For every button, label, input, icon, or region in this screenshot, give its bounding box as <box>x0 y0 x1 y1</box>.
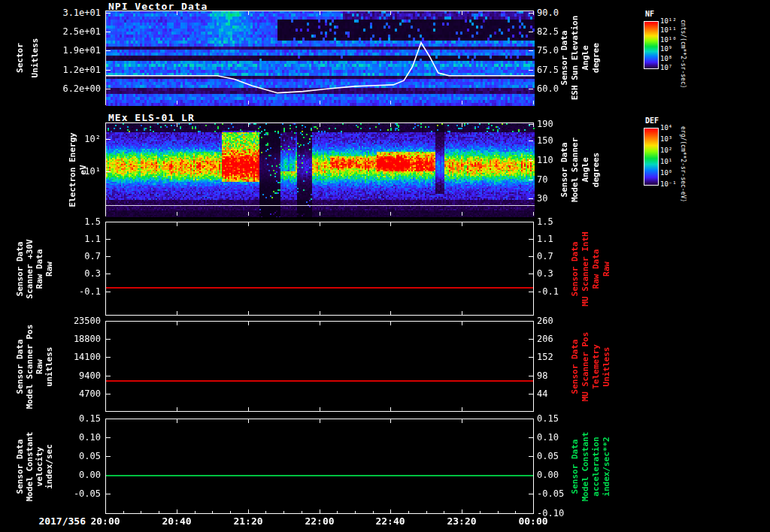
x-tick-mark <box>105 322 106 325</box>
right-axis-title-line: degrees <box>592 152 600 186</box>
x-tick-mark <box>390 123 391 127</box>
x-minor-tick-mark <box>373 511 374 513</box>
y-tick-mark <box>529 339 533 340</box>
x-minor-tick-mark <box>444 511 444 513</box>
y-tick-mark <box>529 160 533 161</box>
x-tick-mark <box>390 407 391 411</box>
right-axis-title-line: Raw Data <box>592 249 600 289</box>
x-tick-label: 23:20 <box>439 516 484 527</box>
x-tick-mark <box>248 123 249 127</box>
y-tick-mark <box>106 357 111 358</box>
y-tick-label: 260 <box>537 316 553 325</box>
y-tick-label: 60.0 <box>537 84 559 93</box>
x-tick-mark <box>462 407 462 411</box>
x-tick-label: 20:00 <box>83 516 128 527</box>
x-tick-mark <box>533 419 534 423</box>
x-tick-mark <box>177 419 177 423</box>
x-tick-mark <box>320 11 320 15</box>
y-tick-mark <box>106 70 111 71</box>
x-tick-mark <box>462 222 462 226</box>
x-tick-mark <box>105 123 106 127</box>
y-tick-mark <box>529 198 533 199</box>
colorbar-tick-label: 10¹⁰ <box>660 37 677 44</box>
x-tick-mark <box>248 212 249 216</box>
x-tick-mark <box>248 101 249 104</box>
y-tick-label: 67.5 <box>537 65 559 74</box>
y-tick-mark <box>106 32 111 32</box>
colorbar-tick-label: 10¹² <box>660 18 677 25</box>
y-tick-label: 190 <box>537 119 553 128</box>
x-tick-mark <box>177 11 177 15</box>
x-tick-mark <box>105 407 106 411</box>
panel-title-els: MEx ELS-01 LR <box>108 112 195 123</box>
x-tick-mark <box>533 212 534 216</box>
x-tick-mark <box>248 509 249 513</box>
x-tick-mark <box>533 123 534 127</box>
y-tick-label: 0.00 <box>537 470 559 479</box>
y-tick-mark <box>106 456 111 457</box>
y-tick-label: 82.5 <box>537 27 559 36</box>
x-tick-mark <box>177 407 177 411</box>
colorbar-tick-label: 10⁹ <box>660 46 672 53</box>
y-tick-mark <box>529 274 533 274</box>
x-tick-label: 00:00 <box>511 516 556 527</box>
y-tick-mark <box>529 292 533 292</box>
x-tick-mark <box>533 11 534 15</box>
x-tick-mark <box>320 222 320 226</box>
y-tick-label: 90.0 <box>537 8 559 17</box>
x-minor-tick-mark <box>355 511 356 513</box>
x-tick-mark <box>177 101 177 104</box>
y-tick-label: 30 <box>537 194 547 203</box>
y-tick-label: 152 <box>537 352 553 361</box>
x-tick-mark <box>533 322 534 325</box>
x-tick-mark <box>177 509 177 513</box>
x-tick-mark <box>462 123 462 127</box>
figure: NPI Vector Data MEx ELS-01 LR NF DEF cnt… <box>0 0 770 532</box>
y-tick-mark <box>529 376 533 376</box>
y-tick-label: -0.05 <box>537 489 564 498</box>
y-tick-mark <box>106 139 111 140</box>
x-tick-label: 20:40 <box>154 516 199 527</box>
right-axis-title-line: Model Scanner <box>571 137 579 201</box>
panel-els-spectrogram <box>105 122 534 216</box>
colorbar-nf-title: NF <box>645 10 654 18</box>
right-axis-title-line: Sensor Data <box>571 439 579 494</box>
left-axis-title-line: Model Scanner Pos <box>26 324 34 409</box>
y-tick-label: 1.5 <box>0 217 101 226</box>
x-tick-mark <box>390 11 391 15</box>
y-tick-mark <box>106 222 111 222</box>
x-minor-tick-mark <box>141 511 141 513</box>
x-tick-mark <box>320 101 320 104</box>
x-tick-label: 22:00 <box>297 516 342 527</box>
y-tick-label: 0.15 <box>0 414 101 423</box>
left-axis-title-line: velocity <box>35 446 44 486</box>
left-axis-title-line: Unitless <box>31 38 39 78</box>
x-tick-mark <box>320 311 320 315</box>
colorbar-tick-label: 10⁰ <box>660 170 672 177</box>
y-tick-label: 206 <box>537 334 553 343</box>
x-tick-mark <box>390 419 391 423</box>
x-tick-mark <box>105 101 106 104</box>
left-axis-title-line: Sensor Data <box>16 339 24 394</box>
colorbar-def-unit: erg/(cm**2-sr-sec-eV) <box>680 126 686 202</box>
npi-heatmap-canvas <box>106 11 535 106</box>
y-tick-mark <box>529 437 533 438</box>
x-tick-mark <box>248 222 249 226</box>
x-tick-mark <box>105 311 106 315</box>
x-tick-mark <box>320 419 320 423</box>
x-tick-mark <box>462 101 462 104</box>
y-tick-mark <box>106 494 111 494</box>
x-minor-tick-mark <box>480 511 480 513</box>
colorbar-tick-label: 10¹¹ <box>660 27 677 34</box>
x-minor-tick-mark <box>230 511 231 513</box>
left-axis-title-line: Raw <box>35 359 44 374</box>
left-axis-title-line: Sector <box>16 43 24 73</box>
x-tick-mark <box>533 509 534 513</box>
y-tick-label: 1.5 <box>537 217 553 226</box>
x-tick-label: 22:40 <box>368 516 413 527</box>
right-axis-title-line: Sensor Data <box>560 142 568 197</box>
els-heatmap-canvas <box>106 123 535 217</box>
y-tick-mark <box>106 274 111 274</box>
y-tick-mark <box>529 141 533 141</box>
panel-scanner-30v <box>105 222 534 316</box>
